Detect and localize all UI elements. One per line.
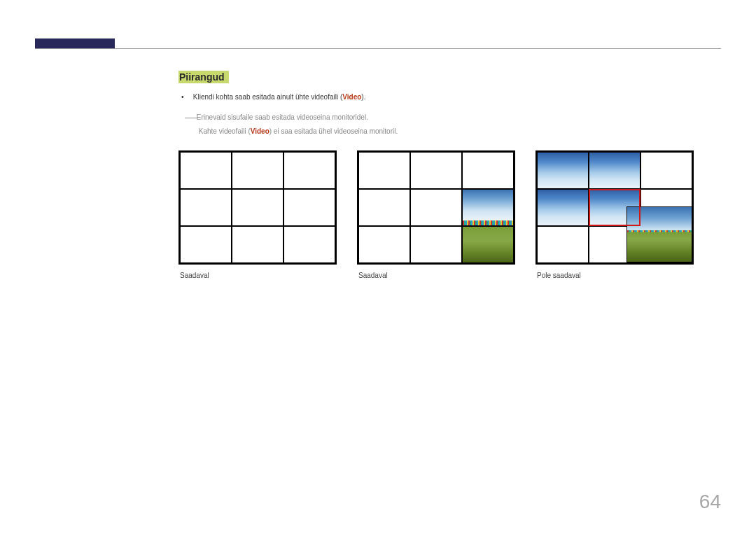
- bullet-text-prefix: Kliendi kohta saab esitada ainult ühte v…: [193, 93, 342, 101]
- grid-caption-3: Pole saadaval: [537, 272, 694, 279]
- grid-3: [536, 150, 694, 265]
- grid-cell-video-top: [462, 189, 514, 226]
- sub-note: ― Erinevaid sisufaile saab esitada video…: [185, 106, 721, 136]
- grid-cell: [284, 189, 335, 226]
- section-heading: Piirangud: [178, 71, 229, 83]
- grid-cell: [232, 226, 284, 263]
- grid-cell: [232, 152, 284, 189]
- bullet-list: Kliendi kohta saab esitada ainult ühte v…: [183, 92, 721, 103]
- grid-cell: [284, 152, 335, 189]
- field-video-overlay: [626, 206, 692, 262]
- page-number: 64: [699, 491, 721, 513]
- grid-cell: [410, 189, 462, 226]
- grid-cell: [462, 152, 514, 189]
- header-divider: [35, 48, 721, 49]
- grid-cell: [180, 226, 232, 263]
- grid-cell: [358, 189, 410, 226]
- main-content: Piirangud Kliendi kohta saab esitada ain…: [178, 71, 721, 279]
- bullet-item-1: Kliendi kohta saab esitada ainult ühte v…: [183, 92, 721, 103]
- grid-cell: [358, 226, 410, 263]
- grid-cell: [640, 152, 692, 189]
- grid-cell: [410, 152, 462, 189]
- subnote-line1: Erinevaid sisufaile saab esitada videose…: [197, 113, 368, 121]
- grid-cell: [232, 189, 284, 226]
- grid-1: [178, 150, 337, 265]
- grid-cell-sky: [589, 152, 640, 189]
- bullet-text-suffix: ).: [361, 93, 365, 101]
- dash-icon: ―: [185, 110, 193, 124]
- grid-block-3: Pole saadaval: [536, 150, 694, 279]
- grid-cell: [358, 152, 410, 189]
- grid-block-2: Saadaval: [357, 150, 515, 279]
- header-tab-stub: [35, 38, 115, 48]
- grid-cell: [537, 226, 589, 263]
- grid-2: [357, 150, 515, 265]
- grid-cell: [410, 226, 462, 263]
- grid-block-1: Saadaval: [178, 150, 337, 279]
- grid-cell-sky: [537, 152, 589, 189]
- grid-caption-2: Saadaval: [358, 272, 515, 279]
- grid-cell-sky: [537, 189, 589, 226]
- grid-cell: [180, 152, 232, 189]
- grid-cell: [180, 189, 232, 226]
- grid-cell-video-bottom: [462, 226, 514, 263]
- bullet-text-highlight: Video: [342, 93, 361, 101]
- grid-cell: [284, 226, 335, 263]
- subnote-line2-highlight: Video: [251, 127, 270, 135]
- subnote-line2-prefix: Kahte videofaili (: [199, 127, 251, 135]
- subnote-line2-suffix: ) ei saa esitada ühel videoseina monitor…: [270, 127, 398, 135]
- grids-row: Saadaval Saadaval: [178, 150, 721, 279]
- grid-caption-1: Saadaval: [180, 272, 337, 279]
